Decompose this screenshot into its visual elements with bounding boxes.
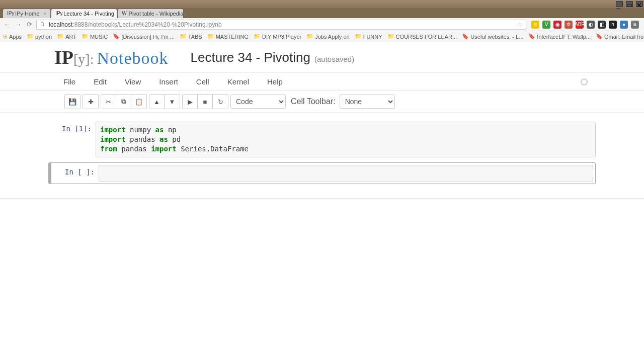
bookmark-label: Apps bbox=[9, 34, 22, 40]
bookmark-label: MUSIC bbox=[90, 34, 108, 40]
browser-tab[interactable]: W Pivot table - Wikipedia, t... × bbox=[118, 9, 183, 18]
bookmark-icon: 🔖 bbox=[462, 33, 469, 40]
bookmark-label: Jobs Apply on bbox=[315, 34, 350, 40]
tab-title: IPy Home bbox=[15, 11, 39, 17]
bookmark-label: FUNNY bbox=[363, 34, 382, 40]
browser-tab-active[interactable]: IPy Lecture 34 - Pivoting × bbox=[51, 9, 117, 18]
extension-icon[interactable]: ● bbox=[620, 21, 628, 29]
bookmark-item[interactable]: 📁Jobs Apply on bbox=[306, 33, 350, 40]
menu-edit[interactable]: Edit bbox=[85, 73, 116, 90]
code-cell-selected[interactable]: In [ ]: bbox=[48, 162, 596, 184]
extension-icon[interactable]: h bbox=[609, 21, 617, 29]
back-button[interactable]: ← bbox=[3, 21, 11, 29]
bookmark-icon: ⊞ bbox=[3, 33, 8, 40]
code-input[interactable]: import numpy as np import pandas as pd f… bbox=[96, 122, 596, 157]
move-up-button[interactable]: ▲ bbox=[149, 95, 165, 109]
autosave-status: (autosaved) bbox=[314, 55, 354, 63]
bookmark-item[interactable]: 🔖[Discussion] Hi, I'm ... bbox=[113, 33, 174, 40]
code-input[interactable] bbox=[99, 165, 593, 182]
bookmark-item[interactable]: 🔖InterfaceLIFT: Wallp... bbox=[528, 33, 591, 40]
menu-file[interactable]: File bbox=[54, 73, 85, 90]
extension-icon[interactable]: ◐ bbox=[587, 21, 595, 29]
tab-favicon: IPy bbox=[7, 11, 13, 17]
kernel-indicator-icon bbox=[581, 78, 588, 85]
run-button[interactable]: ▶ bbox=[183, 95, 198, 109]
logo-notebook: Notebook bbox=[97, 49, 168, 68]
cell-type-select[interactable]: Code bbox=[230, 95, 286, 109]
menu-kernel[interactable]: Kernel bbox=[218, 73, 258, 90]
input-prompt: In [ ]: bbox=[51, 163, 99, 184]
bookmark-icon: 🔖 bbox=[113, 33, 120, 40]
reload-button[interactable]: ⟳ bbox=[25, 21, 33, 29]
bookmark-item[interactable]: 📁FUNNY bbox=[355, 33, 382, 40]
bookmark-item[interactable]: ⊞Apps bbox=[3, 33, 22, 40]
bookmark-item[interactable]: 📁MUSIC bbox=[82, 33, 108, 40]
save-button[interactable]: 💾 bbox=[65, 95, 80, 109]
star-icon[interactable]: ☆ bbox=[517, 21, 523, 28]
bookmark-item[interactable]: 📁DIY MP3 Player bbox=[254, 33, 301, 40]
logo-ip: IP bbox=[54, 46, 73, 68]
bookmark-item[interactable]: 🔖Useful websites. - L... bbox=[462, 33, 523, 40]
menu-help[interactable]: Help bbox=[258, 73, 292, 90]
bookmark-item[interactable]: 📁COURSES FOR LEAR... bbox=[387, 33, 457, 40]
notebook-container: IP[y]:Notebook Lecture 34 - Pivoting (au… bbox=[0, 42, 644, 199]
input-prompt: In [1]: bbox=[48, 122, 96, 157]
notebook-header: IP[y]:Notebook Lecture 34 - Pivoting (au… bbox=[0, 42, 644, 73]
bookmark-label: ART bbox=[65, 34, 76, 40]
ipython-logo: IP[y]:Notebook bbox=[54, 46, 169, 68]
minimize-button[interactable]: _ bbox=[616, 1, 623, 7]
extension-icon[interactable]: V bbox=[542, 21, 550, 29]
forward-button[interactable]: → bbox=[14, 21, 22, 29]
bookmark-item[interactable]: 📁MASTERING bbox=[207, 33, 249, 40]
logo-y: [y]: bbox=[73, 51, 94, 67]
bookmark-item[interactable]: 📁python bbox=[27, 33, 52, 40]
copy-button[interactable]: ⧉ bbox=[116, 95, 131, 109]
code-cell[interactable]: In [1]: import numpy as np import pandas… bbox=[48, 122, 596, 157]
menu-view[interactable]: View bbox=[116, 73, 150, 90]
extension-icons: ⊙V◉✲ABP◐◧h●≡ bbox=[529, 21, 641, 29]
bookmark-icon: 📁 bbox=[180, 33, 187, 40]
tab-title: Pivot table - Wikipedia, t... bbox=[129, 11, 184, 17]
bookmark-label: Gmail: Email from G... bbox=[604, 34, 644, 40]
toolbar: 💾 ✚ ✂ ⧉ 📋 ▲ ▼ ▶ ■ ↻ Code Cell Toolbar: N… bbox=[0, 91, 644, 113]
menubar: FileEditViewInsertCellKernelHelp bbox=[0, 73, 644, 91]
bookmark-label: [Discussion] Hi, I'm ... bbox=[121, 34, 174, 40]
url-host: localhost bbox=[49, 21, 72, 28]
restart-button[interactable]: ↻ bbox=[213, 95, 228, 109]
notebook-title[interactable]: Lecture 34 - Pivoting bbox=[191, 50, 310, 65]
paste-button[interactable]: 📋 bbox=[131, 95, 146, 109]
add-cell-button[interactable]: ✚ bbox=[83, 95, 98, 109]
bookmark-label: python bbox=[35, 34, 52, 40]
bookmark-icon: 🔖 bbox=[596, 33, 603, 40]
menu-insert[interactable]: Insert bbox=[150, 73, 187, 90]
browser-tab[interactable]: IPy IPy Home × bbox=[3, 9, 50, 18]
bookmark-item[interactable]: 📁ART bbox=[57, 33, 76, 40]
extension-icon[interactable]: ABP bbox=[576, 21, 584, 29]
bookmark-icon: 🔖 bbox=[528, 33, 535, 40]
extension-icon[interactable]: ✲ bbox=[565, 21, 573, 29]
bookmark-item[interactable]: 📁TABS bbox=[180, 33, 202, 40]
close-button[interactable]: ✕ bbox=[636, 1, 643, 7]
page-icon: 🗋 bbox=[40, 21, 47, 28]
bookmark-item[interactable]: 🔖Gmail: Email from G... bbox=[596, 33, 644, 40]
bookmark-label: MASTERING bbox=[216, 34, 249, 40]
maximize-button[interactable]: ▭ bbox=[626, 1, 633, 7]
url-input[interactable]: 🗋 localhost:8888/notebooks/Lecture%2034%… bbox=[36, 20, 526, 30]
extension-icon[interactable]: ◉ bbox=[553, 21, 561, 29]
tab-favicon: IPy bbox=[55, 11, 61, 17]
interrupt-button[interactable]: ■ bbox=[198, 95, 213, 109]
extension-icon[interactable]: ⊙ bbox=[531, 21, 539, 29]
url-port: :8888 bbox=[72, 21, 88, 28]
cut-button[interactable]: ✂ bbox=[101, 95, 116, 109]
bookmark-icon: 📁 bbox=[57, 33, 64, 40]
extension-icon[interactable]: ◧ bbox=[598, 21, 606, 29]
extension-icon[interactable]: ≡ bbox=[631, 21, 639, 29]
bookmark-icon: 📁 bbox=[306, 33, 313, 40]
window-controls: _ ▭ ✕ bbox=[0, 0, 644, 8]
bookmarks-bar: ⊞Apps📁python📁ART📁MUSIC🔖[Discussion] Hi, … bbox=[0, 31, 644, 42]
menu-cell[interactable]: Cell bbox=[187, 73, 218, 90]
close-icon[interactable]: × bbox=[43, 11, 46, 17]
move-down-button[interactable]: ▼ bbox=[165, 95, 180, 109]
cell-toolbar-select[interactable]: None bbox=[340, 95, 395, 109]
bookmark-icon: 📁 bbox=[27, 33, 34, 40]
